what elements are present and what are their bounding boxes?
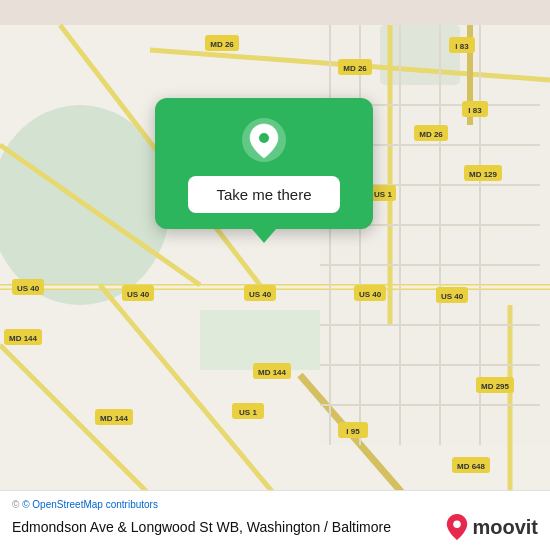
copyright-line: © © OpenStreetMap contributors <box>12 499 538 510</box>
svg-rect-3 <box>200 310 320 370</box>
svg-text:I 83: I 83 <box>468 106 482 115</box>
popup-card: Take me there <box>155 98 373 229</box>
osm-link[interactable]: © OpenStreetMap contributors <box>22 499 158 510</box>
svg-text:US 40: US 40 <box>359 290 382 299</box>
svg-text:MD 26: MD 26 <box>343 64 367 73</box>
svg-rect-4 <box>320 25 550 445</box>
svg-text:US 40: US 40 <box>249 290 272 299</box>
svg-text:US 40: US 40 <box>17 284 40 293</box>
location-name: Edmondson Ave & Longwood St WB, Washingt… <box>12 519 436 535</box>
svg-point-69 <box>454 521 461 528</box>
svg-text:MD 295: MD 295 <box>481 382 510 391</box>
moovit-text: moovit <box>472 516 538 539</box>
bottom-bar: © © OpenStreetMap contributors Edmondson… <box>0 490 550 550</box>
svg-text:US 40: US 40 <box>127 290 150 299</box>
svg-text:MD 144: MD 144 <box>100 414 129 423</box>
moovit-logo: moovit <box>446 514 538 540</box>
moovit-pin-icon <box>446 514 468 540</box>
copyright-symbol: © <box>12 499 19 510</box>
svg-point-68 <box>259 133 269 143</box>
svg-text:I 95: I 95 <box>346 427 360 436</box>
map-container: MD 26 MD 26 MD 26 I 83 I 83 MD 129 US 1 … <box>0 0 550 550</box>
svg-text:US 40: US 40 <box>441 292 464 301</box>
map-roads: MD 26 MD 26 MD 26 I 83 I 83 MD 129 US 1 … <box>0 0 550 550</box>
svg-text:MD 26: MD 26 <box>419 130 443 139</box>
location-line: Edmondson Ave & Longwood St WB, Washingt… <box>12 514 538 540</box>
svg-text:US 1: US 1 <box>374 190 392 199</box>
svg-text:MD 129: MD 129 <box>469 170 498 179</box>
svg-text:US 1: US 1 <box>239 408 257 417</box>
svg-text:MD 144: MD 144 <box>9 334 38 343</box>
svg-text:MD 144: MD 144 <box>258 368 287 377</box>
take-me-there-button[interactable]: Take me there <box>188 176 339 213</box>
svg-text:MD 26: MD 26 <box>210 40 234 49</box>
svg-text:I 83: I 83 <box>455 42 469 51</box>
location-pin-icon <box>240 116 288 164</box>
svg-text:MD 648: MD 648 <box>457 462 486 471</box>
